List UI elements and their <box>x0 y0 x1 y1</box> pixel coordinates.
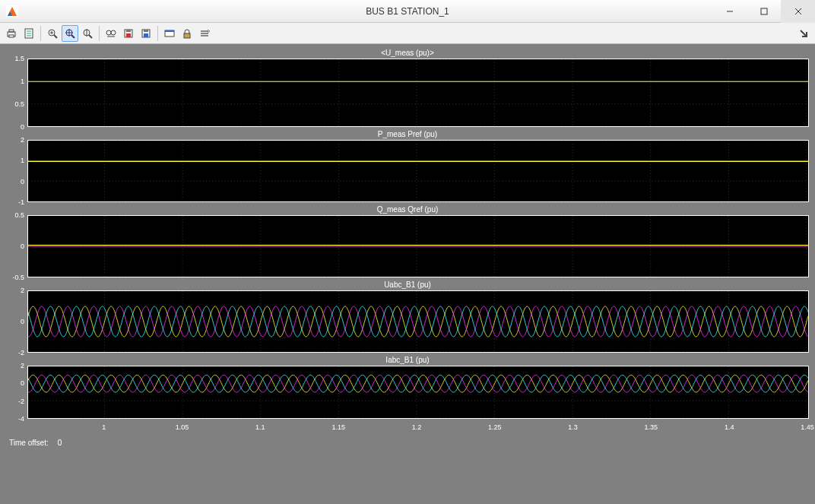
toolbar-separator <box>99 26 100 41</box>
plot-3: Uabc_B1 (pu)20-2 <box>6 281 809 353</box>
svg-rect-33 <box>165 30 174 32</box>
minimize-button[interactable] <box>712 0 747 23</box>
parameters-button[interactable] <box>21 25 37 42</box>
y-axis-labels: 20-2-4 <box>6 366 27 419</box>
minimize-icon <box>726 8 734 15</box>
maximize-icon <box>760 8 768 15</box>
plot-2: Q_meas Qref (pu)0.50-0.5 <box>6 205 809 277</box>
titlebar: BUS B1 STATION_1 <box>0 0 815 23</box>
y-axis-labels: 1.510.50 <box>6 59 27 127</box>
plot-title: Iabc_B1 (pu) <box>6 356 809 364</box>
plot-axes[interactable] <box>27 59 809 127</box>
svg-rect-27 <box>126 33 131 37</box>
toolbar-separator <box>157 26 158 41</box>
plot-4: Iabc_B1 (pu)20-2-4 <box>6 356 809 419</box>
svg-point-23 <box>106 30 111 35</box>
toolbar <box>0 23 815 44</box>
y-axis-labels: 20-2 <box>6 290 27 353</box>
print-icon <box>5 27 17 40</box>
x-axis-labels: 11.051.11.151.21.251.31.351.41.45 <box>27 423 809 433</box>
plot-0: <U_meas (pu)>1.510.50 <box>6 49 809 127</box>
time-offset-label: Time offset: <box>9 439 49 447</box>
toolbar-separator <box>40 26 41 41</box>
restore-config-icon <box>140 27 152 40</box>
plot-axes[interactable] <box>27 140 809 202</box>
lock-axes-button[interactable] <box>179 25 195 42</box>
save-config-icon <box>122 27 135 40</box>
close-icon <box>794 8 802 15</box>
svg-rect-2 <box>761 8 767 14</box>
params-icon <box>23 27 35 40</box>
zoom-in-button[interactable] <box>44 25 61 42</box>
scope-area: <U_meas (pu)>1.510.50P_meas Pref (pu)210… <box>0 44 815 504</box>
svg-rect-28 <box>126 30 131 32</box>
app-logo-icon <box>6 5 18 17</box>
time-offset-footer: Time offset:0 <box>6 436 809 449</box>
svg-line-17 <box>71 35 75 38</box>
svg-rect-30 <box>144 33 148 37</box>
dock-button[interactable] <box>795 25 812 42</box>
save-config-button[interactable] <box>120 25 137 42</box>
signal-selection-button[interactable] <box>196 25 213 42</box>
y-axis-labels: 210-1 <box>6 140 27 202</box>
time-offset-value: 0 <box>58 439 62 447</box>
plot-axes[interactable] <box>27 290 809 353</box>
dock-icon <box>799 29 808 38</box>
floating-scope-button[interactable] <box>161 25 178 42</box>
svg-rect-7 <box>9 35 14 37</box>
print-button[interactable] <box>3 25 20 42</box>
zoom-xy-button[interactable] <box>62 25 78 42</box>
restore-config-button[interactable] <box>138 25 154 42</box>
x-axis: 11.051.11.151.21.251.31.351.41.45 <box>6 423 809 433</box>
plot-axes[interactable] <box>27 215 809 277</box>
svg-rect-34 <box>184 33 190 38</box>
plot-title: <U_meas (pu)> <box>6 49 809 57</box>
plot-title: Q_meas Qref (pu) <box>6 205 809 214</box>
zoom-xy-icon <box>64 27 76 40</box>
autoscale-button[interactable] <box>103 25 119 42</box>
sync-icon <box>198 27 211 40</box>
plot-title: P_meas Pref (pu) <box>6 130 809 138</box>
plot-axes[interactable] <box>27 366 809 419</box>
zoom-in-icon <box>46 27 59 40</box>
svg-point-24 <box>111 30 116 35</box>
svg-line-13 <box>54 35 57 38</box>
zoom-y-button[interactable] <box>79 25 96 42</box>
lock-icon <box>181 27 193 40</box>
svg-rect-6 <box>9 30 14 32</box>
plot-title: Uabc_B1 (pu) <box>6 281 809 289</box>
floating-icon <box>163 27 176 40</box>
svg-line-21 <box>89 35 92 38</box>
maximize-button[interactable] <box>747 0 781 23</box>
y-axis-labels: 0.50-0.5 <box>6 215 27 277</box>
close-button[interactable] <box>781 0 815 23</box>
svg-rect-31 <box>144 30 148 32</box>
window-title: BUS B1 STATION_1 <box>0 6 815 17</box>
plot-1: P_meas Pref (pu)210-1 <box>6 130 809 202</box>
zoom-y-icon <box>81 27 94 40</box>
autoscale-icon <box>105 27 117 40</box>
